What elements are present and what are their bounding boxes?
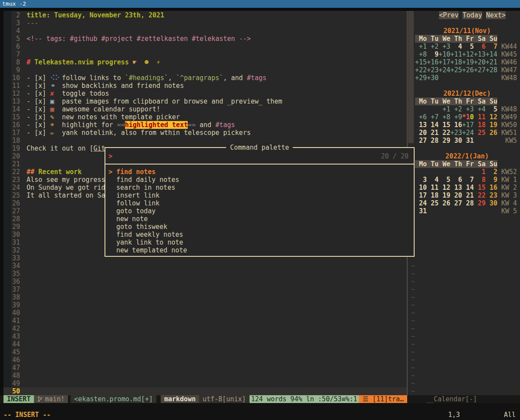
calendar-day[interactable]: 26: [439, 199, 450, 207]
calendar-day[interactable]: 28: [427, 137, 439, 144]
calendar-day[interactable]: 19: [439, 192, 450, 199]
calendar-day[interactable]: +20: [474, 58, 486, 66]
palette-item[interactable]: goto thisweek: [105, 223, 414, 231]
calendar-day[interactable]: +15: [415, 58, 427, 66]
calendar-day[interactable]: 1: [474, 168, 486, 176]
editor-line[interactable]: 46: [3, 356, 407, 364]
today-button[interactable]: Today: [463, 11, 482, 19]
calendar-day[interactable]: +7: [427, 113, 439, 121]
palette-item[interactable]: goto today: [105, 207, 414, 215]
editor-line[interactable]: 36: [3, 278, 407, 286]
palette-item[interactable]: >find notes: [105, 168, 414, 176]
calendar-day[interactable]: +1: [439, 105, 450, 113]
calendar-day[interactable]: +8: [415, 50, 427, 58]
palette-item[interactable]: new templated note: [105, 246, 414, 254]
calendar-day[interactable]: 8: [474, 176, 486, 184]
editor-line[interactable]: 14- [x] ▦ awesome calendar support!: [3, 105, 407, 113]
editor-line[interactable]: 38: [3, 293, 407, 301]
calendar-day[interactable]: 22: [439, 129, 450, 137]
calendar-day[interactable]: 5: [462, 43, 474, 50]
calendar-day[interactable]: 31: [415, 207, 427, 215]
editor-line[interactable]: 41: [3, 317, 407, 325]
calendar-day[interactable]: +21: [486, 58, 497, 66]
calendar-day[interactable]: +18: [450, 58, 462, 66]
calendar-day[interactable]: 15: [439, 121, 450, 129]
editor-line[interactable]: 34: [3, 262, 407, 270]
calendar-day[interactable]: +1: [415, 43, 427, 50]
palette-item[interactable]: find weekly notes: [105, 231, 414, 239]
calendar-day[interactable]: +11: [450, 50, 462, 58]
editor-line[interactable]: 16- [x] ☀ highlight for ==highlighted te…: [3, 121, 407, 129]
calendar-day[interactable]: +27: [474, 66, 486, 74]
calendar-day[interactable]: 6: [474, 43, 486, 50]
editor-line[interactable]: 4: [3, 27, 407, 35]
editor-line[interactable]: 37: [3, 286, 407, 293]
calendar-day[interactable]: 29: [474, 199, 486, 207]
editor-line[interactable]: 7: [3, 50, 407, 58]
calendar-day[interactable]: 27: [415, 137, 427, 144]
calendar-day[interactable]: 9: [427, 50, 439, 58]
calendar-day[interactable]: 20: [450, 192, 462, 199]
calendar-day[interactable]: 27: [450, 199, 462, 207]
editor-line[interactable]: 12- [x] ✘ toggle todos: [3, 90, 407, 97]
calendar-day[interactable]: +2: [427, 43, 439, 50]
calendar-day[interactable]: 3: [415, 176, 427, 184]
calendar-day[interactable]: 14: [462, 184, 474, 192]
editor-line[interactable]: 11- [x] ⚭ show backlinks and friend note…: [3, 82, 407, 90]
palette-item[interactable]: yank link to note: [105, 239, 414, 246]
editor-line[interactable]: 17- [x] ✏ yank notelink, also from wthin…: [3, 129, 407, 137]
calendar-day[interactable]: 11: [474, 113, 486, 121]
calendar-day[interactable]: 5: [439, 176, 450, 184]
calendar-day[interactable]: 5: [486, 105, 497, 113]
editor-line[interactable]: 9: [3, 66, 407, 74]
palette-prompt-input[interactable]: > 20 / 20: [105, 152, 414, 160]
calendar-day[interactable]: 12: [439, 184, 450, 192]
calendar-day[interactable]: 25: [427, 199, 439, 207]
calendar-day[interactable]: 18: [474, 121, 486, 129]
calendar-day[interactable]: 17: [415, 192, 427, 199]
calendar-day[interactable]: +24: [439, 66, 450, 74]
palette-item[interactable]: follow link: [105, 199, 414, 207]
calendar-day[interactable]: 2: [486, 168, 497, 176]
calendar-day[interactable]: 28: [462, 199, 474, 207]
calendar-day[interactable]: 4: [427, 176, 439, 184]
calendar-day[interactable]: +30: [427, 74, 439, 82]
editor-line[interactable]: 47: [3, 364, 407, 372]
editor-line[interactable]: 48: [3, 372, 407, 380]
prev-button[interactable]: <Prev: [439, 11, 459, 19]
calendar-day[interactable]: 4: [450, 43, 462, 50]
calendar-day[interactable]: 7: [462, 176, 474, 184]
calendar-day[interactable]: +4: [474, 105, 486, 113]
calendar-day[interactable]: 6: [450, 176, 462, 184]
editor-line[interactable]: 35: [3, 270, 407, 278]
calendar-day[interactable]: 30: [450, 137, 462, 144]
calendar-day[interactable]: +16: [427, 58, 439, 66]
editor-line[interactable]: 8# Telekasten.nvim progress ☛ ☻ ⚡: [3, 58, 407, 66]
calendar-day[interactable]: 18: [427, 192, 439, 199]
palette-item[interactable]: new note: [105, 215, 414, 223]
calendar-day[interactable]: 23: [486, 192, 497, 199]
calendar-day[interactable]: 20: [415, 129, 427, 137]
calendar-day[interactable]: 13: [415, 121, 427, 129]
calendar-day[interactable]: +2: [450, 105, 462, 113]
editor-line[interactable]: 40: [3, 309, 407, 317]
calendar-day[interactable]: 9: [486, 176, 497, 184]
editor-line[interactable]: 44: [3, 340, 407, 348]
calendar-day[interactable]: +23: [427, 66, 439, 74]
calendar-day[interactable]: +9: [450, 113, 462, 121]
calendar-day[interactable]: +26: [462, 66, 474, 74]
calendar-day[interactable]: +23: [450, 129, 462, 137]
calendar-day[interactable]: +25: [450, 66, 462, 74]
calendar-day[interactable]: +6: [415, 113, 427, 121]
palette-item[interactable]: search in notes: [105, 184, 414, 192]
editor-line[interactable]: 50: [3, 387, 407, 395]
calendar-day[interactable]: +24: [462, 129, 474, 137]
calendar-day[interactable]: 7: [486, 43, 497, 50]
command-line[interactable]: :lua require('telekasten').panel(): [0, 403, 520, 411]
calendar-day[interactable]: +14: [486, 50, 497, 58]
editor-line[interactable]: 39: [3, 301, 407, 309]
calendar-day[interactable]: 10: [415, 184, 427, 192]
calendar-day[interactable]: +12: [462, 50, 474, 58]
calendar-day[interactable]: +22: [415, 66, 427, 74]
editor-line[interactable]: 49: [3, 380, 407, 387]
